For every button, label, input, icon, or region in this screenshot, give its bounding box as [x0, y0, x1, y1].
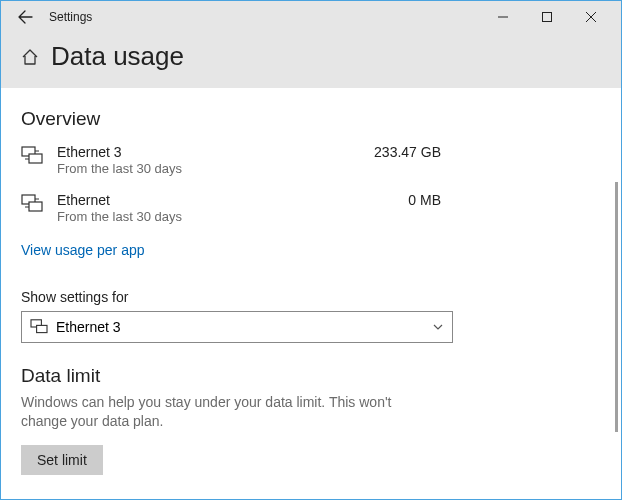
page-header: Data usage	[1, 33, 621, 88]
ethernet-icon	[30, 319, 48, 335]
minimize-button[interactable]	[481, 1, 525, 33]
close-icon	[586, 12, 596, 22]
svg-rect-2	[29, 154, 42, 163]
set-limit-button[interactable]: Set limit	[21, 445, 103, 475]
data-limit-description: Windows can help you stay under your dat…	[21, 393, 441, 431]
network-info: Ethernet 3 From the last 30 days	[57, 144, 337, 176]
network-usage: 0 MB	[351, 192, 441, 208]
back-button[interactable]	[9, 1, 41, 33]
show-settings-for-dropdown[interactable]: Ethernet 3	[21, 311, 453, 343]
network-usage: 233.47 GB	[351, 144, 441, 160]
network-row: Ethernet From the last 30 days 0 MB	[21, 192, 601, 224]
svg-rect-4	[29, 202, 42, 211]
svg-rect-6	[37, 325, 47, 332]
arrow-left-icon	[17, 9, 33, 25]
window-title: Settings	[49, 10, 481, 24]
ethernet-icon	[21, 192, 43, 214]
svg-rect-0	[543, 13, 552, 22]
content-area: Overview Ethernet 3 From the last 30 day…	[1, 88, 621, 498]
data-limit-heading: Data limit	[21, 365, 601, 387]
close-button[interactable]	[569, 1, 613, 33]
show-settings-for-label: Show settings for	[21, 289, 601, 305]
ethernet-icon	[21, 144, 43, 166]
window-titlebar: Settings	[1, 1, 621, 33]
network-period: From the last 30 days	[57, 209, 337, 224]
home-icon[interactable]	[21, 48, 39, 66]
chevron-down-icon	[432, 321, 444, 333]
network-name: Ethernet	[57, 192, 337, 208]
maximize-button[interactable]	[525, 1, 569, 33]
minimize-icon	[498, 12, 508, 22]
network-row: Ethernet 3 From the last 30 days 233.47 …	[21, 144, 601, 176]
scrollbar[interactable]	[615, 182, 618, 432]
network-period: From the last 30 days	[57, 161, 337, 176]
dropdown-selected-value: Ethernet 3	[56, 319, 432, 335]
network-name: Ethernet 3	[57, 144, 337, 160]
overview-heading: Overview	[21, 108, 601, 130]
window-controls	[481, 1, 613, 33]
page-title: Data usage	[51, 41, 184, 72]
view-usage-per-app-link[interactable]: View usage per app	[21, 242, 145, 258]
maximize-icon	[542, 12, 552, 22]
network-info: Ethernet From the last 30 days	[57, 192, 337, 224]
